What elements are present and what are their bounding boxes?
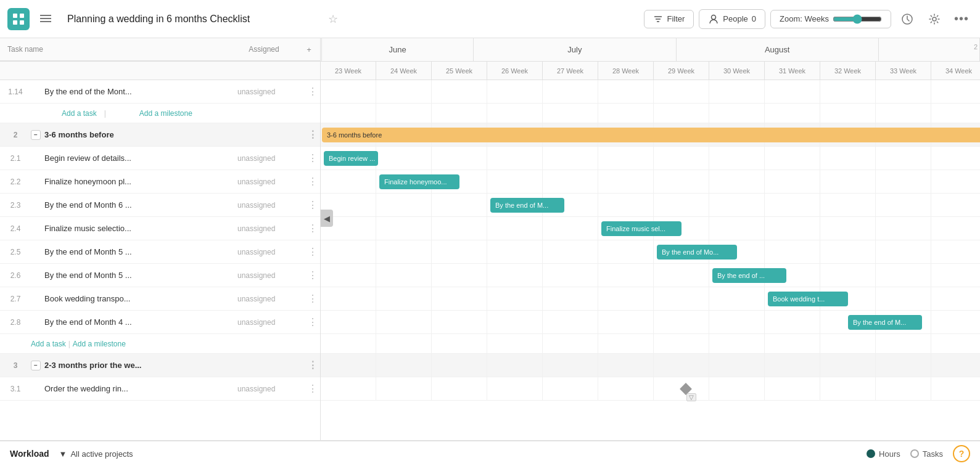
gantt-row-2-8: By the end of M... [321, 311, 980, 334]
settings-icon [928, 13, 941, 25]
row-menu-button[interactable]: ⋮ [305, 359, 320, 371]
gantt-bar-2-3[interactable]: By the end of M... [490, 198, 564, 213]
svg-rect-2 [13, 20, 17, 25]
table-row: 2.3 By the end of Month 6 ... unassigned… [0, 194, 320, 217]
row-menu-button[interactable]: ⋮ [305, 293, 320, 305]
tasks-label: Tasks [923, 449, 943, 459]
zoom-slider[interactable] [833, 14, 882, 24]
week-34: 34 Week [931, 62, 980, 80]
all-projects-label: All active projects [70, 449, 133, 459]
zoom-label: Zoom: Weeks [780, 14, 829, 23]
gantt-bar-2-6[interactable]: By the end of ... [712, 268, 786, 283]
gantt-bar-2-5[interactable]: By the end of Mo... [657, 245, 737, 260]
gantt-row-2-1: Begin review ... [321, 147, 980, 170]
month-august: August [677, 38, 879, 61]
topbar: ☆ Filter People 0 Zoom: Weeks ••• [0, 0, 980, 38]
tasks-radio-circle [910, 449, 919, 458]
people-label: People [723, 14, 747, 23]
add-task-row-2: Add a task | Add a milestone [0, 334, 320, 354]
row-menu-button[interactable]: ⋮ [305, 86, 320, 97]
gantt-row-add [321, 104, 980, 123]
filter-label: Filter [667, 14, 685, 23]
col-assigned: Assigned [230, 45, 298, 54]
gantt-week-header: 23 Week 24 Week 25 Week 26 Week 27 Week … [321, 62, 980, 80]
table-row: 2.8 By the end of Month 4 ... unassigned… [0, 311, 320, 334]
hours-radio[interactable]: Hours [867, 449, 900, 459]
gantt-row [321, 80, 980, 104]
add-column-button[interactable]: + [298, 45, 320, 54]
row-menu-button[interactable]: ⋮ [305, 152, 320, 164]
history-icon [901, 13, 913, 25]
view-toggle-icon[interactable] [35, 8, 57, 30]
week-33: 33 Week [876, 62, 931, 80]
week-24: 24 Week [376, 62, 432, 80]
gantt-bar-group-2[interactable]: 3-6 months before [322, 128, 980, 142]
more-button[interactable]: ••• [950, 8, 973, 30]
table-row: 2.7 Book wedding transpo... unassigned ⋮ [0, 287, 320, 311]
group-row-2: 2 − 3-6 months before ⋮ [0, 123, 320, 147]
gantt-bar-2-8[interactable]: By the end of M... [848, 315, 922, 330]
filter-button[interactable]: Filter [644, 10, 694, 28]
all-projects-button[interactable]: ▼ All active projects [59, 449, 133, 459]
gantt-nav-arrow[interactable]: ◀ [321, 210, 333, 227]
expand-button-3[interactable]: − [31, 361, 41, 370]
row-menu-button[interactable]: ⋮ [305, 176, 320, 187]
gantt-bar-2-2[interactable]: Finalize honeymoo... [379, 174, 459, 189]
project-title-input[interactable] [62, 10, 321, 28]
add-task-link[interactable]: Add a task [31, 109, 102, 118]
table-row: 2.5 By the end of Month 5 ... unassigned… [0, 240, 320, 264]
row-menu-button[interactable]: ⋮ [305, 383, 320, 394]
gantt-group-row-3 [321, 354, 980, 377]
table-row: 2.2 Finalize honeymoon pl... unassigned … [0, 170, 320, 194]
gantt-row-2-6: By the end of ... [321, 264, 980, 287]
settings-button[interactable] [923, 8, 945, 30]
help-button[interactable]: ? [953, 445, 970, 462]
gantt-row-2-7: Book wedding t... [321, 287, 980, 311]
gantt-row-2-2: Finalize honeymoo... [321, 170, 980, 194]
add-milestone-link[interactable]: Add a milestone [109, 109, 197, 118]
svg-rect-6 [40, 21, 51, 22]
week-23: 23 Week [321, 62, 376, 80]
gantt-bar-2-7[interactable]: Book wedding t... [768, 292, 848, 306]
week-30: 30 Week [709, 62, 765, 80]
task-table: Task name Assigned + 1.14 By the end of … [0, 38, 321, 440]
svg-rect-0 [13, 14, 17, 18]
gantt-row-2-5: By the end of Mo... [321, 240, 980, 264]
gantt-row-add-2 [321, 334, 980, 354]
row-menu-button[interactable]: ⋮ [305, 316, 320, 328]
favorite-icon[interactable]: ☆ [328, 12, 338, 26]
week-32: 32 Week [820, 62, 876, 80]
milestone-indicator: ▽ [686, 393, 696, 401]
gantt-bar-2-1[interactable]: Begin review ... [324, 151, 378, 166]
gantt-row-2-4: Finalize music sel... [321, 217, 980, 240]
month-july: July [474, 38, 676, 61]
add-task-row: Add a task | Add a milestone [0, 104, 320, 123]
week-27: 27 Week [543, 62, 598, 80]
history-button[interactable] [896, 8, 918, 30]
row-menu-button[interactable]: ⋮ [305, 223, 320, 234]
gantt-body: ◀ 3-6 months before [321, 80, 980, 440]
row-menu-button[interactable]: ⋮ [305, 129, 320, 141]
row-menu-button[interactable]: ⋮ [305, 199, 320, 211]
svg-rect-3 [20, 20, 24, 25]
add-milestone-link-2[interactable]: Add a milestone [73, 340, 126, 348]
svg-point-12 [933, 17, 936, 21]
row-menu-button[interactable]: ⋮ [305, 246, 320, 258]
month-june: June [322, 38, 474, 61]
add-task-link-2[interactable]: Add a task [31, 340, 66, 348]
tasks-radio[interactable]: Tasks [910, 449, 943, 459]
col-task-name: Task name [0, 45, 230, 54]
gantt-group-row-2: 3-6 months before [321, 123, 980, 147]
dropdown-arrow-icon: ▼ [59, 449, 67, 459]
people-button[interactable]: People 0 [699, 9, 765, 29]
expand-button[interactable]: − [31, 130, 41, 140]
people-icon [708, 14, 719, 25]
bottombar: Workload ▼ All active projects Hours Tas… [0, 440, 980, 466]
table-row: 1.14 By the end of the Mont... unassigne… [0, 80, 320, 104]
row-menu-button[interactable]: ⋮ [305, 269, 320, 281]
gantt-bar-2-4[interactable]: Finalize music sel... [601, 221, 681, 236]
table-row: 2.4 Finalize music selectio... unassigne… [0, 217, 320, 240]
workload-radio-group: Hours Tasks [867, 449, 943, 459]
gantt-row-3-1: ▽ [321, 377, 980, 401]
gantt-month-header: 2 June July August [321, 38, 980, 62]
